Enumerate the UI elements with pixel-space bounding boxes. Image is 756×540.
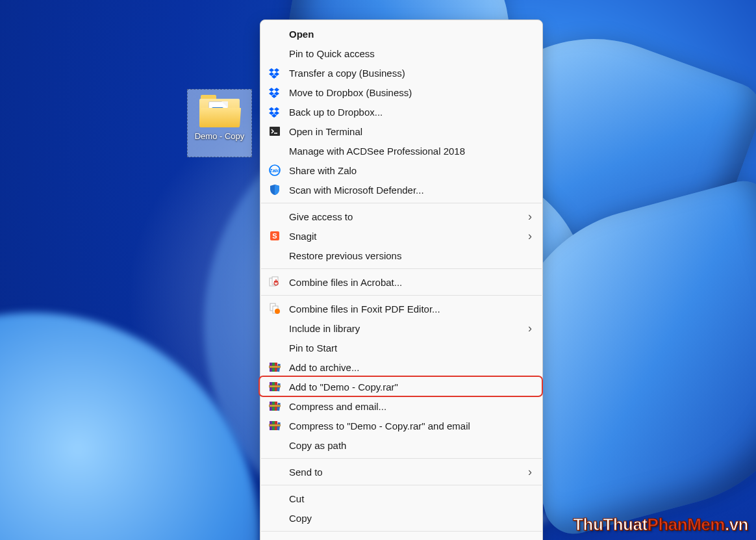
menu-item-label: Pin to Start [289,342,532,354]
svg-rect-40 [270,405,281,407]
menu-item-include-in-library[interactable]: Include in library› [260,318,542,338]
blank-icon [268,27,281,40]
blank-icon [268,439,281,452]
svg-rect-15 [270,127,280,136]
menu-item-move-to-dropbox-business[interactable]: Move to Dropbox (Business) [260,83,542,102]
menu-separator [261,203,542,203]
terminal-icon [268,125,281,138]
defender-icon [268,183,281,196]
svg-rect-30 [270,366,281,368]
menu-item-label: Add to archive... [289,362,532,373]
menu-separator [261,458,542,459]
menu-item-label: Manage with ACDSee Professional 2018 [289,146,532,157]
menu-item-back-up-to-dropbox[interactable]: Back up to Dropbox... [260,102,542,122]
chevron-right-icon: › [528,210,532,224]
watermark: ThuThuatPhanMem.vn [573,515,748,535]
menu-item-label: Copy [289,513,532,524]
menu-item-label: Scan with Microsoft Defender... [289,185,532,196]
winrar-icon [268,380,281,393]
desktop-folder-label: Demo - Copy [195,131,245,142]
blank-icon [268,47,281,60]
menu-item-restore-previous-versions[interactable]: Restore previous versions [260,246,542,265]
snagit-icon: S [268,229,281,242]
menu-item-label: Open [289,29,532,40]
menu-item-compress-to-demo-copy-rar-and-email[interactable]: Compress to "Demo - Copy.rar" and email [260,416,542,435]
menu-item-copy-as-path[interactable]: Copy as path [260,435,542,455]
menu-item-label: Back up to Dropbox... [289,107,532,118]
menu-item-label: Share with Zalo [289,165,532,176]
blank-icon [268,322,281,335]
menu-item-label: Compress and email... [289,401,532,412]
dropbox-icon [268,105,281,118]
menu-item-add-to-demo-copy-rar[interactable]: Add to "Demo - Copy.rar" [260,377,542,396]
svg-marker-11 [274,107,279,111]
menu-separator [261,531,542,532]
menu-item-compress-and-email[interactable]: Compress and email... [260,396,542,416]
svg-marker-5 [269,88,274,92]
menu-item-label: Combine files in Acrobat... [289,277,532,288]
menu-item-open-in-terminal[interactable]: Open in Terminal [260,122,542,141]
foxit-icon [268,302,281,315]
zalo-icon: Zalo [268,164,281,177]
menu-item-label: Transfer a copy (Business) [289,68,532,79]
folder-icon: W [199,95,240,127]
blank-icon [268,249,281,262]
menu-item-label: Cut [289,493,532,504]
menu-item-paste[interactable]: Paste [260,535,542,540]
chevron-right-icon: › [528,322,532,335]
menu-item-pin-to-quick-access[interactable]: Pin to Quick access [260,44,542,63]
menu-item-pin-to-start[interactable]: Pin to Start [260,338,542,357]
menu-separator [261,268,542,269]
menu-item-label: Combine files in Foxit PDF Editor... [289,303,532,315]
menu-item-label: Pin to Quick access [289,48,532,59]
blank-icon [268,210,281,223]
menu-item-label: Copy as path [289,440,532,451]
chevron-right-icon: › [528,465,532,479]
blank-icon [268,341,281,354]
dropbox-icon [268,86,281,99]
dropbox-icon [268,66,281,79]
menu-item-combine-files-in-foxit-pdf-editor[interactable]: Combine files in Foxit PDF Editor... [260,299,542,318]
svg-rect-45 [270,424,281,426]
menu-item-give-access-to[interactable]: Give access to› [260,207,542,226]
menu-separator [261,485,542,485]
menu-item-copy[interactable]: Copy [260,508,542,528]
menu-item-send-to[interactable]: Send to› [260,462,542,482]
blank-icon [268,144,281,157]
blank-icon [268,492,281,505]
svg-rect-22 [272,277,278,285]
winrar-icon [268,419,281,432]
menu-item-open[interactable]: Open [260,24,542,44]
winrar-icon [268,400,281,413]
svg-text:Zalo: Zalo [270,168,281,174]
svg-marker-6 [274,88,279,92]
menu-item-snagit[interactable]: SSnagit› [260,226,542,246]
menu-item-label: Restore previous versions [289,250,532,261]
menu-item-label: Open in Terminal [289,126,532,137]
menu-item-manage-with-acdsee-professional-2018[interactable]: Manage with ACDSee Professional 2018 [260,141,542,161]
menu-separator [261,295,542,296]
menu-item-combine-files-in-acrobat[interactable]: Combine files in Acrobat... [260,272,542,292]
menu-item-label: Snagit [289,231,528,242]
acrobat-icon [268,276,281,289]
desktop-folder-demo-copy[interactable]: W Demo - Copy [187,89,252,157]
context-menu: OpenPin to Quick accessTransfer a copy (… [260,19,543,540]
blank-icon [268,465,281,478]
svg-rect-35 [270,385,281,387]
menu-item-label: Give access to [289,211,528,222]
svg-marker-1 [274,68,279,72]
menu-item-cut[interactable]: Cut [260,489,542,508]
menu-item-add-to-archive[interactable]: Add to archive... [260,357,542,377]
blank-icon [268,511,281,524]
menu-item-scan-with-microsoft-defender[interactable]: Scan with Microsoft Defender... [260,180,542,199]
menu-item-label: Compress to "Demo - Copy.rar" and email [289,420,532,431]
svg-point-25 [275,309,280,314]
svg-text:S: S [272,232,277,240]
chevron-right-icon: › [528,229,532,243]
winrar-icon [268,361,281,374]
menu-item-share-with-zalo[interactable]: ZaloShare with Zalo [260,161,542,180]
menu-item-label: Include in library [289,323,528,334]
menu-item-label: Send to [289,467,528,478]
menu-item-transfer-a-copy-business[interactable]: Transfer a copy (Business) [260,63,542,83]
svg-marker-10 [269,107,274,111]
